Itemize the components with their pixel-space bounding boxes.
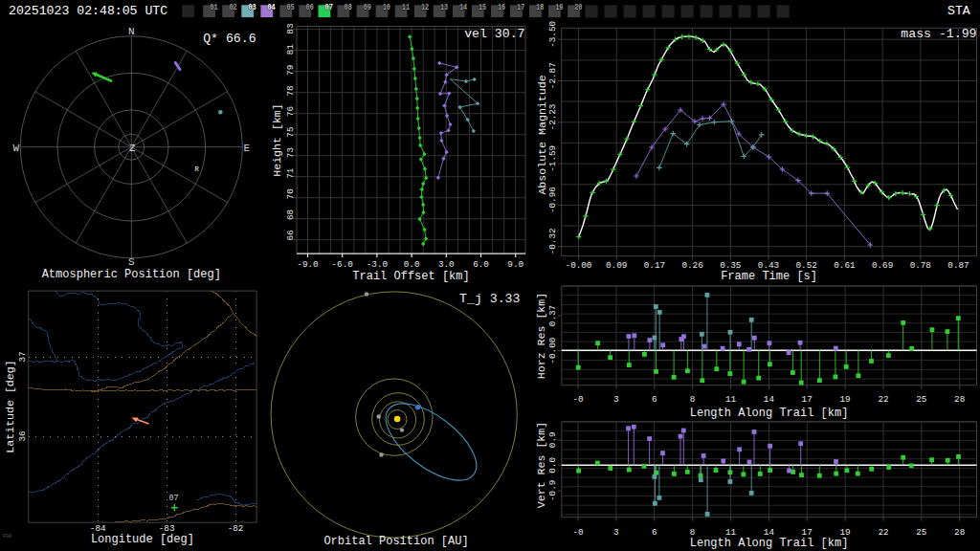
- svg-text:3: 3: [613, 527, 619, 538]
- svg-text:01: 01: [210, 2, 217, 12]
- svg-text:S: S: [128, 256, 135, 268]
- svg-text:0.26: 0.26: [681, 260, 702, 271]
- svg-text:78: 78: [285, 85, 296, 96]
- svg-text:Latitude [deg]: Latitude [deg]: [4, 360, 16, 452]
- svg-text:28: 28: [954, 394, 965, 405]
- svg-text:Orbital Position [AU]: Orbital Position [AU]: [323, 535, 468, 548]
- svg-text:-6.0: -6.0: [332, 259, 353, 270]
- svg-text:Absolute Magnitude: Absolute Magnitude: [536, 75, 548, 194]
- svg-text:09: 09: [364, 2, 371, 12]
- svg-text:Atmospheric Position [deg]: Atmospheric Position [deg]: [42, 268, 221, 281]
- svg-text:-0.00: -0.00: [547, 338, 558, 364]
- svg-text:18: 18: [536, 2, 544, 12]
- svg-text:15: 15: [479, 2, 486, 12]
- svg-text:0.37: 0.37: [547, 305, 558, 326]
- svg-text:13: 13: [440, 2, 448, 12]
- svg-text:71: 71: [285, 167, 296, 179]
- svg-text:08: 08: [345, 2, 352, 12]
- svg-text:6: 6: [652, 527, 657, 538]
- svg-text:14: 14: [764, 394, 775, 405]
- svg-text:37: 37: [17, 351, 28, 362]
- svg-text:20251023 02:48:05 UTC: 20251023 02:48:05 UTC: [9, 4, 167, 18]
- svg-text:06: 06: [306, 2, 314, 12]
- svg-text:8: 8: [690, 394, 696, 405]
- svg-text:-0.9: -0.9: [547, 480, 558, 501]
- svg-text:0.9: 0.9: [547, 431, 558, 448]
- svg-text:W: W: [12, 143, 19, 154]
- svg-text:Length Along Trail [km]: Length Along Trail [km]: [690, 537, 849, 550]
- svg-text:FGW: FGW: [3, 534, 11, 540]
- svg-text:03: 03: [248, 2, 256, 12]
- svg-text:STA: STA: [947, 4, 970, 18]
- svg-text:17: 17: [517, 2, 524, 12]
- svg-text:10: 10: [383, 2, 390, 12]
- svg-text:Vert Res [km]: Vert Res [km]: [535, 422, 547, 508]
- svg-text:N: N: [128, 26, 135, 37]
- svg-text:Longitude [deg]: Longitude [deg]: [91, 533, 194, 546]
- svg-text:-82: -82: [228, 523, 244, 534]
- svg-text:11: 11: [402, 2, 410, 12]
- svg-text:28: 28: [954, 527, 965, 538]
- svg-text:66: 66: [285, 230, 296, 240]
- svg-text:75: 75: [285, 127, 296, 138]
- svg-text:-2.23: -2.23: [547, 104, 558, 131]
- svg-text:19: 19: [555, 2, 563, 12]
- svg-text:-1.59: -1.59: [547, 145, 558, 172]
- svg-text:0.0: 0.0: [547, 457, 558, 474]
- svg-text:22: 22: [878, 527, 888, 538]
- svg-text:76: 76: [285, 106, 296, 117]
- svg-text:-2.87: -2.87: [547, 62, 558, 89]
- svg-text:07: 07: [325, 2, 333, 12]
- svg-text:25: 25: [916, 394, 926, 405]
- svg-text:9.0: 9.0: [507, 259, 523, 270]
- svg-text:73: 73: [285, 147, 296, 158]
- svg-text:T_j 3.33: T_j 3.33: [459, 292, 520, 306]
- svg-text:-9.0: -9.0: [297, 259, 318, 270]
- svg-text:12: 12: [421, 2, 429, 12]
- svg-text:-3.50: -3.50: [547, 21, 558, 48]
- svg-text:70: 70: [285, 188, 296, 199]
- svg-text:6.0: 6.0: [473, 259, 489, 270]
- svg-text:3: 3: [613, 394, 619, 405]
- svg-text:05: 05: [287, 2, 295, 12]
- svg-text:Frame Time [s]: Frame Time [s]: [721, 270, 817, 283]
- svg-text:17: 17: [802, 394, 813, 405]
- svg-text:-0.96: -0.96: [547, 187, 558, 213]
- svg-text:Length Along Trail [km]: Length Along Trail [km]: [690, 407, 849, 420]
- svg-text:-0.32: -0.32: [547, 228, 558, 254]
- svg-text:83: 83: [285, 24, 296, 34]
- svg-text:11: 11: [725, 394, 737, 405]
- svg-text:81: 81: [285, 44, 296, 55]
- svg-text:E: E: [243, 143, 250, 154]
- svg-text:68: 68: [285, 209, 296, 220]
- svg-text:0.78: 0.78: [910, 260, 931, 271]
- svg-text:Trail Offset [km]: Trail Offset [km]: [352, 270, 469, 283]
- svg-text:0.0: 0.0: [404, 259, 420, 270]
- svg-text:22: 22: [878, 394, 888, 405]
- svg-text:3.0: 3.0: [438, 259, 455, 270]
- svg-text:0.69: 0.69: [872, 260, 893, 271]
- svg-text:-83: -83: [159, 523, 175, 534]
- svg-text:0.17: 0.17: [644, 260, 665, 271]
- svg-text:07: 07: [168, 494, 178, 503]
- svg-text:20: 20: [574, 2, 582, 12]
- svg-text:-84: -84: [90, 523, 106, 534]
- svg-text:79: 79: [285, 65, 296, 76]
- svg-text:19: 19: [840, 394, 851, 405]
- svg-text:25: 25: [916, 527, 926, 538]
- svg-text:14: 14: [459, 2, 467, 12]
- svg-text:-0: -0: [572, 394, 583, 405]
- svg-text:6: 6: [652, 394, 657, 405]
- svg-text:0.09: 0.09: [606, 260, 627, 271]
- svg-text:-0.00: -0.00: [566, 260, 592, 271]
- svg-text:Height [km]: Height [km]: [271, 103, 283, 177]
- svg-text:Z: Z: [129, 143, 136, 154]
- svg-text:mass -1.99: mass -1.99: [901, 27, 976, 41]
- svg-text:0.87: 0.87: [947, 260, 969, 271]
- svg-text:0.61: 0.61: [834, 260, 856, 271]
- svg-text:-0: -0: [572, 527, 583, 538]
- svg-text:Horz Res [km]: Horz Res [km]: [535, 293, 547, 379]
- svg-text:04: 04: [268, 2, 276, 12]
- svg-text:-3.0: -3.0: [367, 259, 388, 270]
- svg-text:Q* 66.6: Q* 66.6: [203, 32, 256, 46]
